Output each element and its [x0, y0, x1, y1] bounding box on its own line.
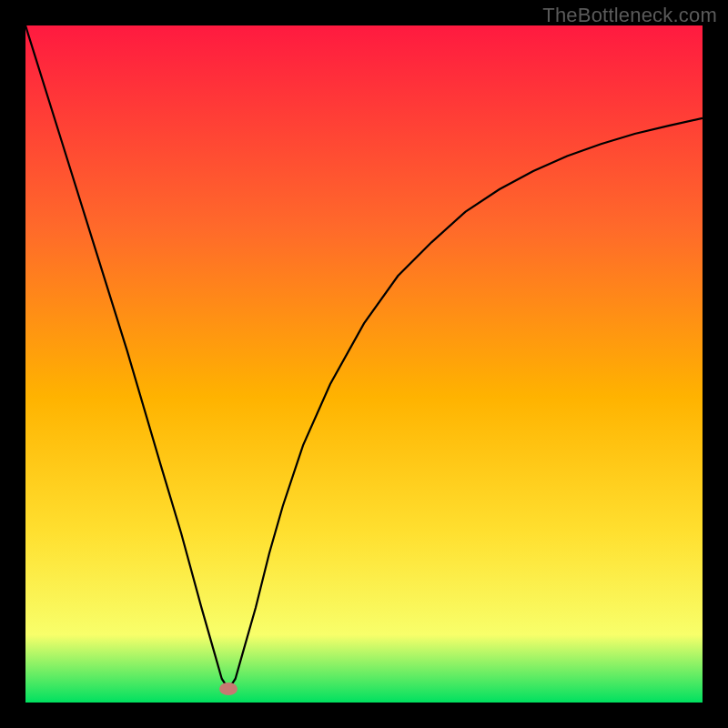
gradient-background [25, 25, 703, 703]
plot-svg [25, 25, 703, 703]
plot-area [25, 25, 703, 703]
watermark-text: TheBottleneck.com [542, 4, 717, 27]
chart-container: TheBottleneck.com [0, 0, 728, 728]
